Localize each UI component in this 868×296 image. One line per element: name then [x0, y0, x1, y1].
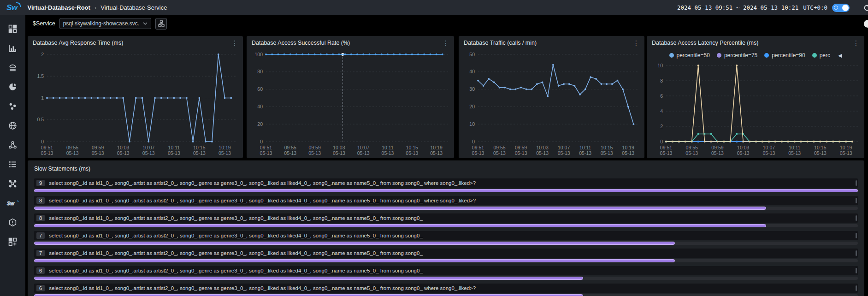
statement-latency-badge: 7 [36, 232, 45, 239]
svg-text:10:15: 10:15 [193, 145, 205, 150]
sql-text: select song0_.id as id1_0_, song0_.artis… [49, 180, 476, 186]
sql-statement[interactable]: 7select song0_.id as id1_0_, song0_.arti… [34, 249, 858, 258]
legend-prev-icon[interactable]: ◀ [838, 53, 842, 59]
pie-chart-icon [8, 83, 17, 91]
sitemap-icon [158, 20, 165, 27]
svg-text:0: 0 [660, 139, 663, 144]
legend-label: percentile=75 [724, 52, 757, 59]
chart-menu-icon[interactable]: ⋮ [633, 40, 639, 46]
slow-statement-row: 9select song0_.id as id1_0_, song0_.arti… [34, 178, 858, 192]
row-scrollbar[interactable] [856, 233, 857, 238]
svg-text:30: 30 [469, 86, 475, 92]
chart-canvas[interactable]: 00.511.5209:5105-1309:5505-1309:5905-131… [28, 50, 243, 158]
globe-icon [8, 121, 17, 130]
legend-label: percentile=50 [677, 52, 710, 59]
svg-text:05-13: 05-13 [41, 150, 53, 156]
sidebar-item-skywalking[interactable]: Sw [0, 193, 25, 213]
svg-text:8: 8 [660, 78, 663, 83]
toggle-knob [842, 5, 849, 11]
svg-text:10: 10 [657, 63, 663, 68]
svg-text:10:03: 10:03 [333, 145, 345, 150]
sql-statement[interactable]: 6select song0_.id as id1_0_, song0_.arti… [34, 284, 858, 293]
latency-bar-track [34, 224, 858, 227]
svg-text:0.5: 0.5 [37, 117, 44, 122]
svg-text:6: 6 [660, 93, 663, 99]
sidebar-item-topology[interactable] [0, 135, 25, 154]
row-scrollbar[interactable] [856, 198, 857, 203]
svg-text:2: 2 [41, 52, 44, 57]
legend-item[interactable]: percentile=90 [764, 52, 805, 59]
row-scrollbar[interactable] [856, 215, 857, 221]
legend-item[interactable]: percentile=75 [717, 52, 757, 59]
sidebar-item-dashboards[interactable] [0, 19, 25, 38]
chart-title: Database Traffic (calls / min) [464, 40, 537, 46]
svg-text:1.5: 1.5 [37, 73, 44, 79]
sidebar-item-browser[interactable] [0, 116, 25, 135]
svg-text:09:59: 09:59 [92, 145, 104, 150]
chart-title: Database Avg Response Time (ms) [33, 40, 123, 46]
svg-text:80: 80 [257, 69, 263, 74]
refresh-icon[interactable] [863, 4, 868, 12]
sql-statement[interactable]: 6select song0_.id as id1_0_, song0_.arti… [34, 266, 858, 275]
service-select[interactable]: psql.skywalking-showcase.svc. [59, 18, 151, 29]
breadcrumb-root[interactable]: Virtual-Database-Root [28, 4, 90, 11]
svg-text:40: 40 [469, 69, 475, 74]
svg-text:10:19: 10:19 [840, 145, 852, 150]
svg-text:05-13: 05-13 [357, 150, 370, 156]
legend-dot [764, 53, 769, 58]
slow-statement-row: 7select song0_.id as id1_0_, song0_.arti… [34, 249, 858, 262]
svg-text:05-13: 05-13 [66, 150, 79, 156]
scatter-dots-icon [8, 102, 17, 111]
latency-bar-track [34, 259, 858, 262]
svg-text:05-13: 05-13 [788, 150, 801, 156]
chart-menu-icon[interactable]: ⋮ [443, 40, 449, 46]
sql-text: select song0_.id as id1_0_, song0_.artis… [49, 285, 476, 291]
sidebar-item-database[interactable] [0, 58, 25, 77]
sql-statement[interactable]: 7select song0_.id as id1_0_, song0_.arti… [34, 231, 858, 240]
sql-statement[interactable]: 8select song0_.id as id1_0_, song0_.arti… [34, 213, 858, 223]
sql-statement[interactable]: 8select song0_.id as id1_0_, song0_.arti… [34, 196, 858, 205]
svg-text:10:11: 10:11 [789, 145, 801, 150]
row-scrollbar[interactable] [856, 285, 857, 291]
time-range-picker[interactable]: 2024-05-13 09:51 ~ 2024-05-13 10:21 [677, 4, 798, 11]
legend-item[interactable]: perc [812, 52, 830, 59]
latency-bar [34, 277, 583, 280]
breadcrumb-service[interactable]: Virtual-Database-Service [100, 4, 167, 11]
service-topology-button[interactable] [155, 18, 167, 30]
svg-text:05-13: 05-13 [685, 150, 698, 156]
svg-text:05-13: 05-13 [536, 150, 549, 156]
skywalking-logo[interactable]: Sw [6, 3, 18, 12]
legend-item[interactable]: percentile=50 [669, 52, 710, 59]
svg-text:05-13: 05-13 [260, 150, 272, 156]
sidebar-item-pie[interactable] [0, 77, 25, 96]
svg-text:10:19: 10:19 [430, 145, 442, 150]
sidebar-item-widgets[interactable] [0, 232, 25, 251]
chart-menu-icon[interactable]: ⋮ [853, 40, 859, 46]
svg-text:05-13: 05-13 [406, 150, 418, 156]
row-scrollbar[interactable] [856, 180, 857, 186]
sidebar-item-metrics[interactable] [0, 38, 25, 58]
cutoff-toggle-knob[interactable] [864, 20, 868, 28]
svg-text:05-13: 05-13 [218, 150, 231, 156]
row-scrollbar[interactable] [856, 250, 857, 256]
row-scrollbar[interactable] [856, 268, 857, 273]
sidebar-item-sampling[interactable] [0, 96, 25, 116]
widgets-icon [8, 237, 17, 246]
chart-canvas[interactable]: 02040608010009:5105-1309:5505-1309:5905-… [247, 50, 454, 158]
statement-latency-badge: 9 [36, 180, 45, 186]
svg-text:10:07: 10:07 [763, 145, 775, 150]
sql-text: select song0_.id as id1_0_, song0_.artis… [49, 268, 423, 273]
chart-menu-icon[interactable]: ⋮ [231, 40, 238, 46]
sidebar-item-log[interactable] [0, 154, 25, 174]
svg-text:10:03: 10:03 [117, 145, 129, 150]
chart-canvas[interactable]: 024681009:5105-1309:5505-1309:5905-1310:… [647, 61, 864, 158]
sidebar-item-alarm[interactable] [0, 213, 25, 232]
latency-bar-track [34, 207, 858, 210]
svg-text:05-13: 05-13 [622, 150, 634, 156]
chart-canvas[interactable]: 0102030405009:5105-1309:5505-1309:5905-1… [459, 50, 644, 158]
legend-dot [669, 53, 674, 58]
auto-refresh-toggle[interactable] [832, 4, 850, 12]
sql-statement[interactable]: 9select song0_.id as id1_0_, song0_.arti… [34, 178, 858, 188]
svg-text:10:03: 10:03 [737, 145, 749, 150]
sidebar-item-service-mesh[interactable] [0, 174, 25, 193]
